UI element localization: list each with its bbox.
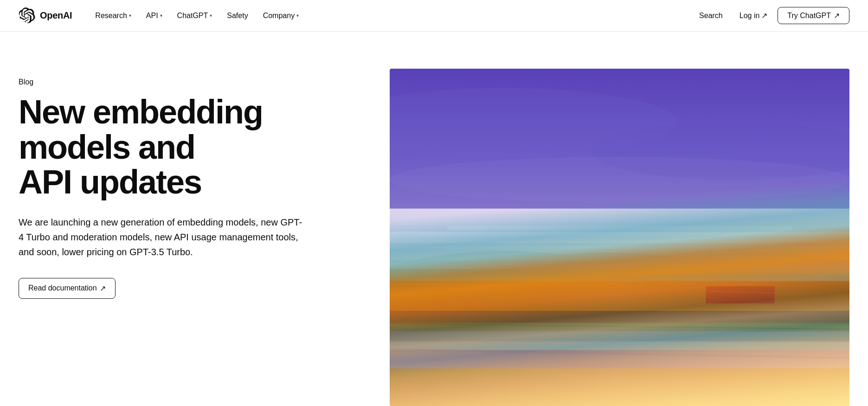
header-left: OpenAI Research ▾ API ▾ ChatGPT ▾ Safety…: [19, 7, 305, 24]
try-chatgpt-button[interactable]: Try ChatGPT ↗: [778, 7, 849, 24]
main-nav: Research ▾ API ▾ ChatGPT ▾ Safety Compan…: [89, 8, 305, 24]
header-right: Search Log in ↗ Try ChatGPT ↗: [693, 7, 849, 24]
search-button[interactable]: Search: [693, 8, 729, 24]
nav-item-research[interactable]: Research ▾: [89, 8, 137, 24]
header: OpenAI Research ▾ API ▾ ChatGPT ▾ Safety…: [0, 0, 868, 32]
openai-logo-icon: [19, 7, 35, 24]
svg-rect-1: [390, 209, 849, 278]
svg-line-17: [390, 284, 849, 295]
svg-rect-20: [390, 69, 849, 406]
svg-rect-7: [390, 273, 849, 278]
blog-label: Blog: [19, 78, 371, 86]
read-documentation-button[interactable]: Read documentation ↗: [19, 278, 116, 299]
svg-rect-2: [390, 232, 849, 243]
main-description: We are launching a new generation of emb…: [19, 215, 306, 259]
main-heading: New embedding models and API updates: [19, 95, 306, 200]
svg-rect-4: [390, 246, 849, 260]
nav-item-api[interactable]: API ▾: [140, 8, 169, 24]
svg-line-19: [390, 349, 849, 358]
logo[interactable]: OpenAI: [19, 7, 72, 24]
nav-chatgpt-label: ChatGPT: [177, 12, 208, 20]
svg-rect-9: [390, 281, 849, 313]
heading-line2: models and: [19, 129, 195, 166]
main-content: Blog New embedding models and API update…: [0, 32, 868, 406]
svg-rect-11: [390, 311, 849, 323]
chevron-down-icon: ▾: [129, 13, 131, 18]
svg-rect-14: [390, 341, 849, 351]
nav-item-chatgpt[interactable]: ChatGPT ▾: [171, 8, 219, 24]
svg-rect-5: [390, 258, 849, 269]
svg-rect-8: [390, 277, 849, 282]
svg-rect-3: [390, 240, 849, 249]
logo-text: OpenAI: [40, 10, 72, 21]
read-docs-label: Read documentation: [28, 284, 97, 292]
nav-research-label: Research: [95, 12, 127, 20]
svg-rect-16: [390, 368, 849, 406]
svg-rect-25: [418, 233, 821, 236]
svg-line-18: [390, 323, 849, 329]
heading-line3: API updates: [19, 163, 201, 200]
svg-point-22: [591, 122, 849, 180]
svg-rect-10: [706, 286, 775, 303]
nav-company-label: Company: [263, 12, 295, 20]
nav-api-label: API: [146, 12, 158, 20]
search-label: Search: [699, 12, 723, 19]
svg-rect-0: [390, 69, 849, 406]
svg-rect-15: [390, 350, 849, 370]
svg-rect-24: [447, 226, 792, 231]
external-link-icon: ↗: [834, 11, 840, 20]
nav-item-company[interactable]: Company ▾: [257, 8, 305, 24]
heading-line1: New embedding: [19, 93, 263, 130]
external-link-icon: ↗: [100, 284, 106, 293]
content-left: Blog New embedding models and API update…: [19, 69, 371, 299]
chevron-down-icon: ▾: [296, 13, 299, 18]
abstract-painting-svg: [390, 69, 849, 406]
try-chatgpt-label: Try ChatGPT: [787, 12, 831, 20]
svg-rect-6: [390, 269, 849, 286]
svg-rect-13: [390, 330, 849, 342]
login-label: Log in: [739, 12, 760, 20]
hero-image: [390, 69, 849, 406]
svg-point-23: [390, 157, 849, 203]
chevron-down-icon: ▾: [160, 13, 162, 18]
external-link-icon: ↗: [761, 11, 767, 20]
login-button[interactable]: Log in ↗: [733, 7, 774, 24]
hero-image-container: [390, 69, 849, 406]
svg-rect-12: [390, 322, 849, 332]
chevron-down-icon: ▾: [210, 13, 212, 18]
nav-item-safety[interactable]: Safety: [220, 8, 254, 24]
svg-point-21: [390, 88, 677, 157]
nav-safety-label: Safety: [227, 12, 248, 20]
